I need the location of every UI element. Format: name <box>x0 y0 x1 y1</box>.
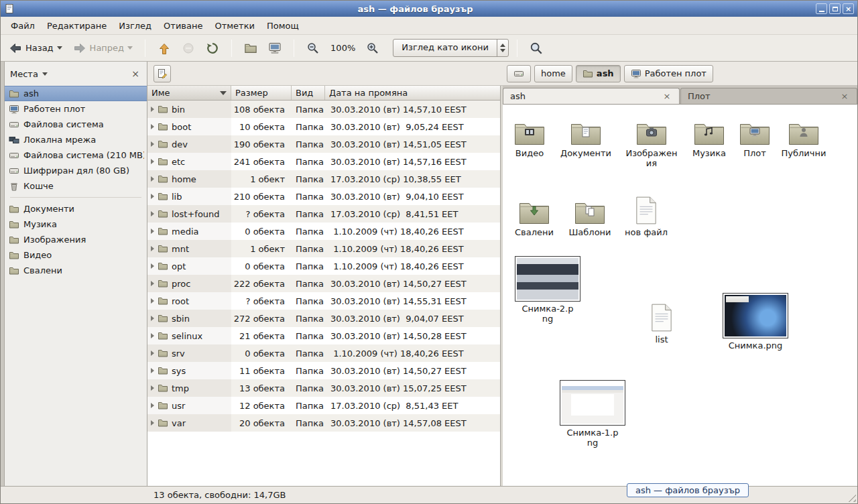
menu-item[interactable]: Изглед <box>113 18 158 34</box>
expander-icon[interactable] <box>151 229 154 234</box>
column-header[interactable]: Дата на промяна <box>325 86 500 100</box>
sidebar-title[interactable]: Места <box>10 69 38 79</box>
table-row[interactable]: root ? обекта Папка 30.03.2010 (вт) 14,5… <box>147 292 500 310</box>
menu-item[interactable]: Редактиране <box>41 18 113 34</box>
icon-view-item[interactable]: Публични <box>777 114 831 159</box>
table-row[interactable]: media 0 обекта Папка 1.10.2009 (чт) 18,4… <box>147 223 500 240</box>
table-row[interactable]: srv 0 обекта Папка 1.10.2009 (чт) 18,40,… <box>147 344 500 362</box>
column-header[interactable]: Размер <box>231 86 292 100</box>
back-button[interactable]: Назад <box>5 39 66 58</box>
close-button[interactable]: × <box>843 3 854 14</box>
menu-item[interactable]: Отметки <box>208 18 260 34</box>
sidebar-item[interactable]: Шифриран дял (80 GB) <box>5 163 147 178</box>
table-row[interactable]: bin 108 обекта Папка 30.03.2010 (вт) 14,… <box>147 101 500 118</box>
expander-icon[interactable] <box>151 246 154 251</box>
search-button[interactable] <box>526 39 547 58</box>
sidebar-item[interactable]: Файлова система (210 MB) <box>5 147 147 163</box>
table-row[interactable]: mnt 1 обект Папка 1.10.2009 (чт) 18,40,2… <box>147 240 500 257</box>
sidebar-item[interactable]: Локална мрежа <box>5 132 147 147</box>
sidebar-item[interactable]: Изображения <box>5 232 147 247</box>
tab-close-icon[interactable]: × <box>662 91 672 101</box>
minimize-button[interactable] <box>816 3 827 14</box>
expander-icon[interactable] <box>151 194 154 199</box>
pathbar-crumb[interactable]: home <box>534 65 572 82</box>
maximize-button[interactable] <box>829 3 841 14</box>
table-row[interactable]: sys 11 обекта Папка 30.03.2010 (вт) 14,5… <box>147 362 500 379</box>
icon-view-item[interactable]: Изображения <box>625 114 678 169</box>
sidebar-selector-chevron-icon[interactable] <box>42 72 48 76</box>
tab[interactable]: ash × <box>503 88 680 104</box>
icon-view-item[interactable]: Шаблони <box>563 193 617 238</box>
sidebar-item[interactable]: Музика <box>5 216 147 232</box>
expander-icon[interactable] <box>151 316 154 321</box>
home-button[interactable] <box>240 39 261 58</box>
icon-view-item[interactable]: Снимка-2.png <box>513 255 583 324</box>
expander-icon[interactable] <box>151 141 154 147</box>
tab-close-icon[interactable]: × <box>839 91 850 101</box>
up-button[interactable] <box>154 39 175 58</box>
icon-view-item[interactable]: нов файл <box>619 193 673 238</box>
expander-icon[interactable] <box>151 333 154 338</box>
icon-view-item[interactable]: Видео <box>503 114 556 159</box>
reload-button[interactable] <box>202 39 223 58</box>
icon-view-item[interactable]: Снимка-1.png <box>558 379 627 448</box>
icon-view-item[interactable]: Плот <box>728 114 782 159</box>
view-mode-select[interactable]: Изглед като икони <box>393 39 509 57</box>
tab[interactable]: Плот × <box>680 88 857 104</box>
table-row[interactable]: tmp 13 обекта Папка 30.03.2010 (вт) 15,0… <box>147 379 500 397</box>
menu-item[interactable]: Помощ <box>261 18 305 34</box>
expander-icon[interactable] <box>151 176 154 182</box>
menu-item[interactable]: Отиване <box>158 18 208 34</box>
zoom-out-button[interactable] <box>302 39 324 58</box>
forward-button[interactable]: Напред <box>69 39 137 58</box>
table-row[interactable]: var 20 обекта Папка 30.03.2010 (вт) 14,5… <box>147 414 500 432</box>
table-row[interactable]: opt 0 обекта Папка 1.10.2009 (чт) 18,40,… <box>147 257 500 275</box>
expander-icon[interactable] <box>151 420 154 426</box>
icon-view-item[interactable]: Снимка.png <box>721 292 790 351</box>
location-toggle-button[interactable] <box>154 65 171 82</box>
table-row[interactable]: lost+found ? обекта Папка 17.03.2010 (ср… <box>147 205 500 223</box>
expander-icon[interactable] <box>151 107 154 112</box>
table-row[interactable]: etc 241 обекта Папка 30.03.2010 (вт) 14,… <box>147 153 500 170</box>
stop-button[interactable] <box>178 39 199 58</box>
expander-icon[interactable] <box>151 263 154 269</box>
pathbar-crumb[interactable]: ash <box>576 65 621 82</box>
table-row[interactable]: usr 12 обекта Папка 17.03.2010 (ср) 8,51… <box>147 397 500 414</box>
sidebar-item[interactable]: Кошче <box>5 178 147 194</box>
expander-icon[interactable] <box>151 351 154 356</box>
expander-icon[interactable] <box>151 211 154 216</box>
table-row[interactable]: home 1 обект Папка 17.03.2010 (ср) 10,38… <box>147 170 500 188</box>
icon-view-item[interactable]: list <box>635 300 688 345</box>
sidebar-item[interactable]: Работен плот <box>5 101 147 117</box>
menu-item[interactable]: Файл <box>5 18 41 34</box>
column-header[interactable]: Име <box>147 86 231 100</box>
view-mode-stepper[interactable] <box>497 40 508 56</box>
expander-icon[interactable] <box>151 368 154 373</box>
sidebar-item[interactable]: ash <box>5 86 147 101</box>
table-row[interactable]: dev 190 обекта Папка 30.03.2010 (вт) 14,… <box>147 135 500 153</box>
sidebar-item[interactable]: Свалени <box>5 263 147 278</box>
taskbar-window-label[interactable]: ash — файлов браузър <box>627 483 749 497</box>
pathbar-crumb[interactable] <box>507 65 531 82</box>
icon-view-item[interactable]: Свалени <box>507 193 561 238</box>
expander-icon[interactable] <box>151 298 154 304</box>
back-history-chevron-icon[interactable] <box>57 46 62 50</box>
sidebar-item[interactable]: Документи <box>5 201 147 216</box>
icon-view-canvas[interactable]: Видео Документи <box>503 105 857 486</box>
computer-button[interactable] <box>264 39 286 58</box>
expander-icon[interactable] <box>151 281 154 286</box>
table-row[interactable]: boot 10 обекта Папка 30.03.2010 (вт) 9,0… <box>147 118 500 135</box>
resize-grip[interactable] <box>847 493 856 502</box>
table-row[interactable]: selinux 21 обекта Папка 30.03.2010 (вт) … <box>147 327 500 344</box>
sidebar-item[interactable]: Видео <box>5 247 147 263</box>
sidebar-item[interactable]: Файлова система <box>5 117 147 132</box>
table-row[interactable]: sbin 272 обекта Папка 30.03.2010 (вт) 9,… <box>147 310 500 327</box>
expander-icon[interactable] <box>151 124 154 129</box>
table-row[interactable]: lib 210 обекта Папка 30.03.2010 (вт) 9,0… <box>147 188 500 205</box>
expander-icon[interactable] <box>151 403 154 408</box>
expander-icon[interactable] <box>151 385 154 391</box>
zoom-in-button[interactable] <box>362 39 383 58</box>
sidebar-close-icon[interactable]: × <box>129 68 141 79</box>
table-row[interactable]: proc 222 обекта Папка 30.03.2010 (вт) 14… <box>147 275 500 292</box>
expander-icon[interactable] <box>151 159 154 164</box>
